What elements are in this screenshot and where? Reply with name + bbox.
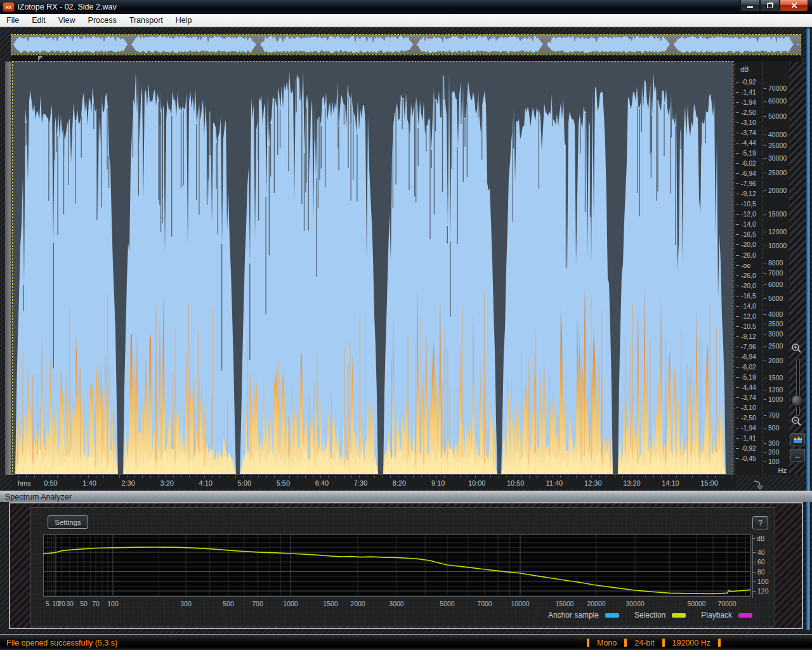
zoom-out-icon[interactable] [791,416,802,427]
close-icon [790,2,797,9]
timeline-ruler[interactable]: hms 0:501:402:303:204:105:005:506:407:30… [11,475,736,489]
amp-scale-label: -0,45 [741,454,756,462]
spectrum-db-tick-label: 40 [757,548,765,556]
timeline-label: 0:50 [44,479,57,487]
freq-scale-label: 20000 [768,187,787,194]
vertical-zoom-slider-thumb[interactable] [791,395,803,407]
freq-scale-label: 30000 [768,154,787,162]
amp-scale-label: -7,96 [741,180,756,187]
timeline-label: 12:30 [584,479,602,487]
waveform-spectrogram-display[interactable] [13,62,733,475]
frequency-scale-ruler[interactable]: Hz 7000060000500004000035000300002500020… [763,62,790,475]
amp-scale-label: -3,74 [741,129,756,136]
freq-scale-label: 10000 [768,242,787,249]
scrollbar-grip-icon [38,56,43,61]
menu-item-view[interactable]: View [52,15,82,26]
spectrum-frequency-tick-label: 1000 [283,600,298,607]
amp-scale-label: -4,44 [741,139,756,147]
window-edge-glow [806,29,810,630]
menu-item-file[interactable]: File [0,15,25,26]
status-channels: Mono [597,639,617,647]
spectrum-frequency-tick-label: 7000 [477,600,492,607]
settings-button[interactable]: Settings [48,515,88,529]
spectrum-analyzer-title: Spectrum Analyzer [5,493,72,501]
amp-scale-label: -5,19 [741,149,756,157]
left-zoom-lane[interactable] [5,62,11,475]
freq-scale-label: 1000 [768,395,783,403]
freq-scale-label: 35000 [768,142,787,149]
menu-item-process[interactable]: Process [82,15,123,26]
timeline-label: 4:10 [199,479,213,487]
freq-scale-label: 1500 [768,374,783,381]
overview-waveform-strip[interactable] [11,35,801,54]
view-mode-button[interactable] [790,433,805,446]
spectrum-db-tick-label: 80 [757,568,765,576]
zoom-in-icon[interactable] [791,343,802,354]
amp-scale-label: -12,0 [741,210,756,218]
timeline-label: 15:00 [700,479,718,487]
freq-scale-label: 700 [768,411,780,419]
spectrum-plot[interactable] [43,534,750,597]
freq-scale-label: 12000 [768,228,787,235]
frequency-scale-unit: Hz [778,467,787,474]
horizontal-arrows-icon: ↔ [794,452,802,460]
amplitude-scale-unit: dB [740,65,749,73]
spectrum-db-tick-label: 100 [757,578,769,585]
minimize-button[interactable] [740,0,760,11]
spectrum-frequency-tick-label: 50 [80,600,88,607]
freq-scale-label: 25000 [768,169,787,176]
spectrum-frequency-tick-label: 5000 [440,600,454,607]
freq-scale-label: 60000 [768,97,787,105]
amp-scale-label: -2,50 [741,109,756,116]
amp-scale-label: -16,5 [741,230,756,238]
vertical-zoom-slider[interactable] [796,359,800,416]
spectrum-frequency-tick-label: 15000 [555,600,573,607]
timeline-label: 9:10 [431,479,445,487]
status-message: File opened successfully (5,3 s) [6,639,117,647]
amp-scale-label: -1,41 [741,434,756,442]
timeline-label: 8:20 [393,479,406,487]
freq-scale-label: 500 [768,424,780,432]
amplitude-scale-ruler[interactable]: dB -0,92-1,41-1,94-2,50-3,10-3,74-4,44-5… [735,62,763,475]
freq-scale-label: 3000 [768,330,783,338]
legend-label: Anchor sample [548,611,599,620]
menu-item-transport[interactable]: Transport [123,15,169,26]
timeline-unit-label: hms [18,479,31,487]
amp-scale-label: -3,74 [741,394,756,401]
spectrum-frequency-tick-label: 20000 [587,600,605,607]
status-bar: File opened successfully (5,3 s) Mono 24… [0,634,812,650]
spectrum-db-axis-unit: dB [757,534,765,542]
amp-scale-label: -9,12 [741,333,756,340]
status-separator [624,639,627,647]
legend-swatch [738,613,752,618]
freq-scale-label: 5000 [768,295,783,302]
timeline-label: 5:50 [277,479,290,487]
restore-button[interactable] [760,0,780,11]
legend-swatch [605,613,619,618]
help-button[interactable]: ? [752,516,768,529]
collapse-corner-arrow-icon[interactable] [752,480,765,490]
spectrogram-waveform-icon [794,436,802,443]
status-separator [718,639,721,647]
spectrum-db-axis: dB 406080100120 [752,534,772,598]
amp-scale-label: -14,0 [741,220,756,228]
amp-scale-label: -16,5 [741,292,756,300]
freq-scale-label: 2000 [768,357,783,364]
menu-item-help[interactable]: Help [169,15,199,26]
close-button[interactable] [780,0,808,11]
title-bar[interactable]: RX iZotope RX - 02. Side 2.wav [0,0,812,14]
spectrum-analyzer-header[interactable]: Spectrum Analyzer [0,491,812,502]
timeline-label: 5:00 [238,479,251,487]
amp-scale-label: -20,0 [741,282,756,289]
legend-swatch [672,613,686,618]
timeline-label: 2:30 [121,479,134,487]
freq-scale-label: 6000 [768,281,783,288]
spectrum-legend: Anchor sampleSelectionPlayback [548,610,761,620]
legend-label: Selection [634,611,665,620]
app-icon: RX [3,3,14,11]
fit-selection-button[interactable]: ↔ [790,449,805,462]
amp-scale-label: -oo [741,262,750,269]
menu-item-edit[interactable]: Edit [25,15,52,26]
spectrum-frequency-axis: 5102030507010030050070010001500200030005… [0,600,812,609]
legend-label: Playback [701,611,732,620]
